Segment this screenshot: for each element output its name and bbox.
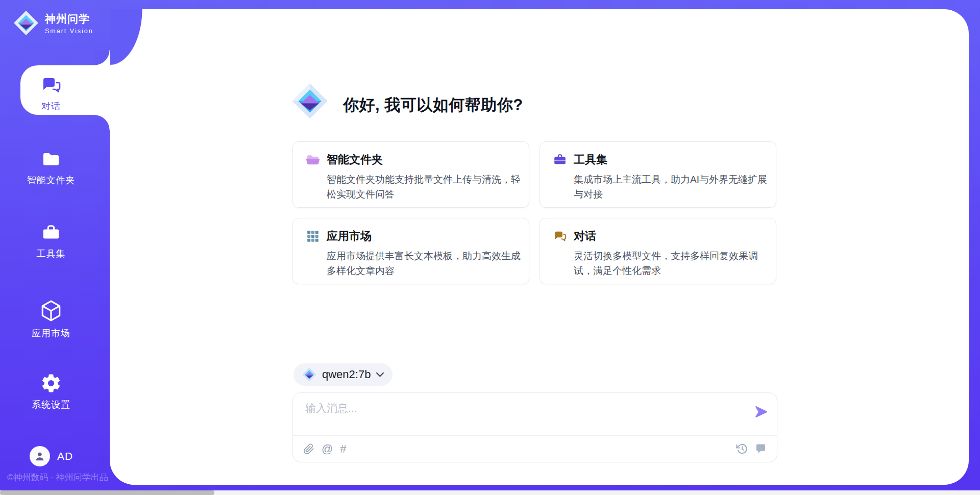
hash-icon[interactable]: #	[340, 443, 346, 455]
comment-icon	[755, 443, 767, 455]
cube-icon	[39, 299, 63, 323]
open-folder-icon	[306, 153, 320, 166]
attach-file-button[interactable]	[303, 443, 314, 455]
feature-cards: 智能文件夹 智能文件夹功能支持批量文件上传与清洗，轻松实现文件问答 工具集 集成…	[292, 141, 776, 284]
history-button[interactable]	[736, 443, 748, 455]
brand-logo[interactable]: 神州问学 Smart Vision	[13, 10, 93, 36]
avatar	[30, 446, 50, 466]
card-title: 对话	[574, 229, 596, 244]
card-description: 智能文件夹功能支持批量文件上传与清洗，轻松实现文件问答	[327, 172, 524, 202]
sidebar-item-label: 工具集	[37, 247, 66, 260]
send-icon	[754, 405, 768, 418]
sidebar-item-label: 对话	[41, 100, 61, 112]
sidebar-item-settings[interactable]: 系统设置	[0, 373, 102, 411]
app-root: { "brand": { "name": "神州问学", "subtitle":…	[0, 0, 980, 495]
history-icon	[736, 443, 748, 455]
sidebar-item-chat[interactable]: 对话	[0, 75, 102, 112]
brand-subtitle: Smart Vision	[45, 28, 93, 35]
horizontal-scrollbar-track[interactable]	[0, 490, 980, 495]
chat-bubble-icon	[553, 230, 567, 243]
card-title: 应用市场	[327, 229, 372, 244]
card-description: 集成市场上主流工具，助力AI与外界无缝扩展与对接	[574, 172, 771, 202]
chevron-down-icon	[376, 372, 384, 377]
gear-icon	[40, 373, 62, 394]
card-description: 灵活切换多模型文件，支持多样回复效果调试，满足个性化需求	[574, 249, 771, 278]
card-toolset[interactable]: 工具集 集成市场上主流工具，助力AI与外界无缝扩展与对接	[540, 141, 776, 208]
greeting-title: 你好, 我可以如何帮助你?	[343, 94, 523, 116]
logo-curve-decoration	[110, 9, 142, 65]
sidebar-item-label: 智能文件夹	[27, 174, 76, 186]
user-profile[interactable]: AD	[30, 446, 73, 466]
chat-icon	[41, 75, 61, 95]
card-smart-folder[interactable]: 智能文件夹 智能文件夹功能支持批量文件上传与清洗，轻松实现文件问答	[292, 141, 529, 208]
card-chat[interactable]: 对话 灵活切换多模型文件，支持多样回复效果调试，满足个性化需求	[540, 218, 776, 284]
model-name: qwen2:7b	[322, 368, 371, 381]
sidebar-item-label: 系统设置	[32, 399, 70, 411]
sidebar-item-app-market[interactable]: 应用市场	[0, 299, 102, 339]
card-description: 应用市场提供丰富长文本模板，助力高效生成多样化文章内容	[327, 249, 524, 278]
folder-icon	[41, 149, 61, 169]
greeting-logo-icon	[291, 83, 328, 119]
tab-curve-top-decoration	[94, 50, 110, 65]
comment-button[interactable]	[755, 443, 767, 455]
card-title: 工具集	[574, 152, 607, 167]
sidebar-item-smart-folder[interactable]: 智能文件夹	[0, 149, 102, 186]
composer-toolbar: @ #	[293, 435, 777, 462]
appmarket-grid-icon	[306, 230, 320, 243]
paperclip-icon	[303, 443, 314, 455]
brand-name: 神州问学	[45, 12, 93, 26]
model-logo-icon	[302, 367, 316, 382]
copyright-text: ©神州数码 · 神州问学出品	[7, 472, 108, 483]
briefcase-icon	[41, 224, 61, 243]
message-input[interactable]	[305, 401, 744, 433]
sidebar-item-label: 应用市场	[32, 327, 70, 339]
brand-text: 神州问学 Smart Vision	[45, 12, 93, 35]
user-icon	[33, 450, 46, 463]
card-title: 智能文件夹	[327, 152, 383, 167]
model-selector[interactable]: qwen2:7b	[293, 363, 393, 386]
message-composer: @ #	[292, 392, 777, 462]
sidebar-item-toolset[interactable]: 工具集	[0, 224, 102, 260]
card-app-market[interactable]: 应用市场 应用市场提供丰富长文本模板，助力高效生成多样化文章内容	[292, 218, 529, 284]
toolset-briefcase-icon	[553, 153, 567, 166]
tab-curve-bottom-decoration	[94, 115, 110, 130]
user-name: AD	[57, 450, 73, 462]
brand-logo-icon	[13, 10, 39, 36]
horizontal-scrollbar-thumb[interactable]	[0, 490, 214, 495]
at-icon[interactable]: @	[322, 443, 333, 455]
send-button[interactable]	[754, 405, 768, 418]
